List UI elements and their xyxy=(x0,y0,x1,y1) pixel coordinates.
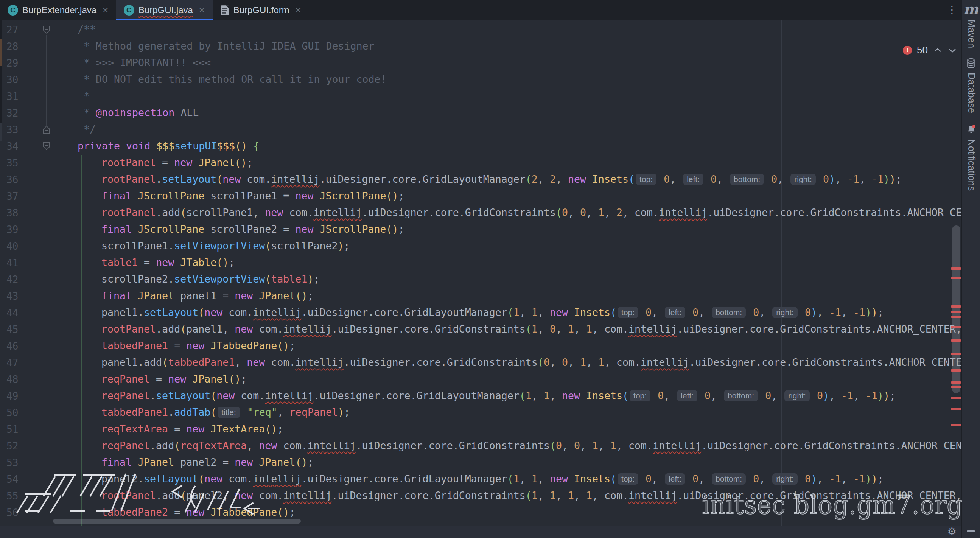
toolwindow-button-notifications[interactable]: Notifications xyxy=(966,139,977,191)
line-number[interactable]: 45 xyxy=(6,324,18,335)
right-toolwindow-bar: m Maven Database Notifications xyxy=(961,0,980,538)
inspections-widget[interactable]: ! 50 xyxy=(903,44,957,56)
error-stripe-mark[interactable] xyxy=(951,267,961,270)
tab-burpgui-form[interactable]: BurpGUI.form ✕ xyxy=(213,0,309,20)
code-line[interactable]: 33 */ xyxy=(0,121,962,138)
error-stripe-mark[interactable] xyxy=(951,381,961,384)
line-number[interactable]: 40 xyxy=(6,240,18,252)
code-line[interactable]: 38rootPanel.add(scrollPane1, new com.int… xyxy=(0,205,962,221)
editor-bottom-strip: ⚙ xyxy=(0,526,962,538)
previous-error-button[interactable] xyxy=(933,47,943,54)
code-line[interactable]: 31 * xyxy=(0,88,962,105)
error-stripe-mark[interactable] xyxy=(951,277,961,279)
line-number[interactable]: 35 xyxy=(6,158,18,169)
graffiti-watermark xyxy=(4,471,276,516)
fold-marker-icon[interactable] xyxy=(43,26,50,33)
code-line[interactable]: 35rootPanel = new JPanel(); xyxy=(0,155,962,171)
line-number[interactable]: 32 xyxy=(6,107,18,119)
code-line[interactable]: 52reqPanel.add(reqTextArea, new com.inte… xyxy=(0,438,962,454)
code-line[interactable]: 49reqPanel.setLayout(new com.intellij.ui… xyxy=(0,388,962,404)
fold-marker-icon[interactable] xyxy=(43,142,50,150)
code-line[interactable]: 37final JScrollPane scrollPane1 = new JS… xyxy=(0,188,962,205)
code-line[interactable]: 40scrollPane1.setViewportView(scrollPane… xyxy=(0,238,962,255)
gear-icon[interactable]: ⚙ xyxy=(947,525,956,538)
toolwindow-button-maven[interactable]: Maven xyxy=(966,20,977,48)
line-number[interactable]: 42 xyxy=(6,274,18,285)
line-number[interactable]: 48 xyxy=(6,374,18,385)
code-line[interactable]: 43final JPanel panel1 = new JPanel(); xyxy=(0,288,962,304)
line-number[interactable]: 38 xyxy=(6,207,18,219)
code-line[interactable]: 28 * Method generated by IntelliJ IDEA G… xyxy=(0,38,962,55)
error-stripe-mark[interactable] xyxy=(951,315,961,318)
next-error-button[interactable] xyxy=(947,47,957,54)
line-number[interactable]: 29 xyxy=(6,57,18,69)
code-line[interactable]: 42scrollPane2.setViewportView(table1); xyxy=(0,271,962,288)
error-stripe-mark[interactable] xyxy=(951,339,961,342)
vertical-scrollbar-thumb[interactable] xyxy=(952,226,960,393)
line-number[interactable]: 37 xyxy=(6,191,18,202)
code-line[interactable]: 27/** xyxy=(0,22,962,38)
code-line[interactable]: 47panel1.add(tabbedPane1, new com.intell… xyxy=(0,355,962,371)
line-number[interactable]: 44 xyxy=(6,307,18,318)
line-number[interactable]: 50 xyxy=(6,407,18,419)
toolwindow-button-database[interactable]: Database xyxy=(966,73,977,113)
code-line[interactable]: 30 * DO NOT edit this method OR call it … xyxy=(0,72,962,88)
code-line[interactable]: 32 * @noinspection ALL xyxy=(0,105,962,121)
tab-burpextender-java[interactable]: C BurpExtender.java ✕ xyxy=(0,0,116,20)
error-stripe-mark[interactable] xyxy=(951,369,961,371)
tab-options-menu-icon[interactable]: ⋮ xyxy=(947,3,957,17)
code-line[interactable]: 50tabbedPane1.addTab(title: "req", reqPa… xyxy=(0,404,962,421)
line-number[interactable]: 31 xyxy=(6,91,18,102)
line-number[interactable]: 34 xyxy=(6,141,18,152)
error-stripe-mark[interactable] xyxy=(951,305,961,307)
code-line[interactable]: 48reqPanel = new JPanel(); xyxy=(0,371,962,388)
horizontal-scrollbar-thumb[interactable] xyxy=(53,519,301,524)
parameter-hint: top: xyxy=(617,473,638,485)
close-icon[interactable]: ✕ xyxy=(199,6,205,15)
tab-label: BurpGUI.java xyxy=(138,5,193,16)
line-number[interactable]: 43 xyxy=(6,291,18,302)
line-number[interactable]: 27 xyxy=(6,24,18,35)
error-stripe-mark[interactable] xyxy=(951,386,961,388)
error-stripe-mark[interactable] xyxy=(951,310,961,313)
parameter-hint: bottom: xyxy=(712,473,746,485)
toolbar-more-dash-icon[interactable] xyxy=(967,530,975,532)
line-number[interactable]: 28 xyxy=(6,41,18,52)
parameter-hint: top: xyxy=(630,390,651,401)
close-icon[interactable]: ✕ xyxy=(295,6,302,15)
code-line[interactable]: 51reqTextArea = new JTextArea(); xyxy=(0,421,962,438)
code-line[interactable]: 53final JPanel panel2 = new JPanel(); xyxy=(0,454,962,471)
line-number[interactable]: 51 xyxy=(6,424,18,435)
code-line[interactable]: 44panel1.setLayout(new com.intellij.uiDe… xyxy=(0,304,962,321)
code-line[interactable]: 29 * >>> IMPORTANT!! <<< xyxy=(0,55,962,72)
code-line[interactable]: 41table1 = new JTable(); xyxy=(0,255,962,271)
database-icon[interactable] xyxy=(966,57,976,70)
parameter-hint: left: xyxy=(683,173,703,185)
notifications-bell-icon[interactable] xyxy=(966,124,976,136)
code-line[interactable]: 46tabbedPane1 = new JTabbedPane(); xyxy=(0,338,962,355)
code-line[interactable]: 36rootPanel.setLayout(new com.intellij.u… xyxy=(0,171,962,188)
code-line[interactable]: 45rootPanel.add(panel1, new com.intellij… xyxy=(0,321,962,338)
line-number[interactable]: 39 xyxy=(6,224,18,236)
line-number[interactable]: 53 xyxy=(6,457,18,468)
error-stripe-mark[interactable] xyxy=(951,424,961,426)
line-number[interactable]: 46 xyxy=(6,341,18,352)
line-number[interactable]: 41 xyxy=(6,257,18,269)
line-number[interactable]: 49 xyxy=(6,390,18,402)
error-stripe-mark[interactable] xyxy=(951,397,961,399)
line-number[interactable]: 36 xyxy=(6,174,18,185)
code-line[interactable]: 34private void $$$setupUI$$$() { xyxy=(0,138,962,155)
fold-marker-icon[interactable] xyxy=(43,126,50,134)
close-icon[interactable]: ✕ xyxy=(102,6,108,15)
error-stripe-mark[interactable] xyxy=(951,353,961,355)
error-stripe-mark[interactable] xyxy=(951,408,961,410)
line-number[interactable]: 47 xyxy=(6,357,18,369)
error-stripe-mark[interactable] xyxy=(951,326,961,328)
code-editor[interactable]: 27/**28 * Method generated by IntelliJ I… xyxy=(0,21,962,526)
line-number[interactable]: 52 xyxy=(6,440,18,452)
code-line[interactable]: 39final JScrollPane scrollPane2 = new JS… xyxy=(0,221,962,238)
tab-burpgui-java[interactable]: C BurpGUI.java ✕ xyxy=(116,0,213,20)
line-number[interactable]: 30 xyxy=(6,74,18,86)
maven-logo-icon[interactable]: m xyxy=(962,1,980,18)
line-number[interactable]: 33 xyxy=(6,124,18,135)
